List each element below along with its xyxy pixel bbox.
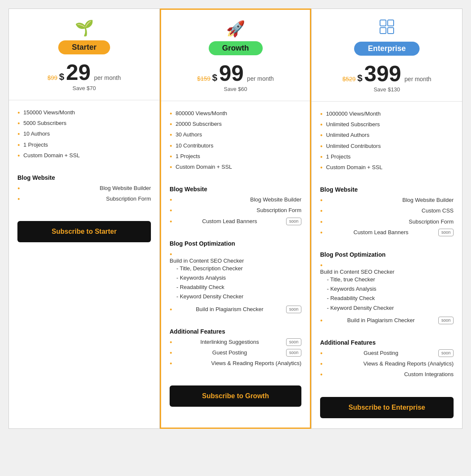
enterprise-icon [320,19,454,38]
enterprise-price-row: $529$399per month [320,62,454,85]
feature-item: 10 Authors [17,130,151,138]
feature-item: Blog Website Builder [320,196,454,204]
section-title-additional-features: Additional Features [170,328,301,335]
feature-item: 1 Projects [320,153,454,161]
growth-icon: 🚀 [170,20,301,38]
section-list: Build in Content SEO Checker- Title, Des… [170,250,301,316]
feature-item: 800000 Views/Month [170,110,301,117]
feature-text: Build in Plagiarism Checker [196,306,264,313]
svg-rect-3 [388,28,394,34]
feature-item: 5000 Subscribers [17,119,151,127]
sub-feature-item: - Title, true Checker [327,276,375,283]
enterprise-price-period: per month [405,76,431,82]
enterprise-save: Save $130 [320,86,454,93]
feature-text: Custom Integrations [404,371,454,378]
feature-item: Custom Lead Bannerssoon [320,229,454,236]
svg-rect-2 [380,28,386,34]
starter-price-amount: 29 [66,61,91,83]
section-list: Build in Content SEO Checker- Title, tru… [320,261,454,327]
svg-rect-0 [380,20,386,26]
feature-item: 1 Projects [170,153,301,160]
feature-item: Unlimited Contributors [320,142,454,150]
growth-price-amount: 99 [219,62,244,84]
starter-save: Save $70 [17,85,151,91]
sub-feature-item: - Title, Description Checker [176,265,243,272]
enterprise-features: 1000000 Views/MonthUnlimited Subscribers… [320,110,454,174]
plan-card-growth: 🚀Growth$159$99per monthSave $60800000 Vi… [160,8,311,429]
section-title-blog-post-optimization: Blog Post Optimization [320,251,454,258]
sub-feature-item: - Keywords Analysis [327,285,376,293]
section-title-blog-website: Blog Website [320,186,454,193]
feature-item: 1000000 Views/Month [320,110,454,118]
plan-body-enterprise: 1000000 Views/MonthUnlimited Subscribers… [312,102,462,428]
feature-item: Custom Domain + SSL [320,164,454,171]
feature-item: Guest Postingsoon [170,349,301,357]
section-list: Guest PostingsoonViews & Reading Reports… [320,349,454,382]
feature-item: 20000 Subscribers [170,120,301,128]
plan-body-starter: 150000 Views/Month5000 Subscribers10 Aut… [9,100,159,428]
feature-text: Blog Website Builder [403,196,454,204]
enterprise-price-dollar: $ [358,73,363,84]
feature-text: Interlinking Suggestions [200,338,259,346]
starter-features: 150000 Views/Month5000 Subscribers10 Aut… [17,109,151,162]
soon-badge: soon [286,349,301,357]
feature-item: Custom Domain + SSL [17,152,151,159]
plan-card-starter: 🌱Starter$99$29per monthSave $70150000 Vi… [9,8,160,429]
sub-feature-item: - Keyword Density Checker [327,304,394,312]
plan-header-enterprise: Enterprise$529$399per monthSave $130 [312,9,462,102]
starter-price-period: per month [94,74,121,81]
section-title-blog-website: Blog Website [17,174,151,181]
feature-item: 150000 Views/Month [17,109,151,116]
feature-item: Custom CSS [320,207,454,215]
growth-old-price: $159 [197,75,210,82]
feature-item: Build in Plagiarism Checkersoon [170,306,301,313]
sub-feature-item: - Keywords Analysis [176,274,226,282]
soon-badge: soon [438,317,454,324]
feature-item: Custom Domain + SSL [170,163,301,171]
feature-text: Guest Posting [212,349,247,357]
starter-icon: 🌱 [17,19,151,37]
plan-card-enterprise: Enterprise$529$399per monthSave $1301000… [311,8,462,429]
feature-item: 1 Projects [17,141,151,149]
section-title-blog-post-optimization: Blog Post Optimization [170,240,301,247]
sub-feature-item: - Readability Check [176,283,224,291]
plan-body-growth: 800000 Views/Month20000 Subscribers30 Au… [161,101,310,428]
feature-text: Custom Lead Banners [202,218,257,225]
section-list: Blog Website BuilderCustom CSSSubscripti… [320,196,454,239]
feature-text: Guest Posting [363,349,398,357]
sub-feature-item: - Readability Check [327,295,375,302]
enterprise-badge: Enterprise [354,42,419,56]
plan-header-starter: 🌱Starter$99$29per monthSave $70 [9,9,159,100]
feature-item: Custom Lead Bannerssoon [170,218,301,225]
soon-badge: soon [286,218,301,225]
feature-item: Subscription Form [17,195,151,203]
feature-item: Blog Website Builder [170,196,301,204]
subscribe-starter-button[interactable]: Subscribe to Starter [17,221,151,242]
feature-item: Guest Postingsoon [320,349,454,357]
growth-price-row: $159$99per month [170,62,301,84]
growth-save: Save $60 [170,86,301,92]
feature-item: 10 Contributors [170,142,301,150]
section-list: Blog Website BuilderSubscription FormCus… [170,196,301,228]
subscribe-enterprise-button[interactable]: Subscribe to Enterprise [320,397,454,418]
feature-text: Custom CSS [422,207,454,215]
subscribe-growth-button[interactable]: Subscribe to Growth [170,385,301,407]
enterprise-old-price: $529 [342,76,355,82]
feature-text: Subscription Form [106,195,151,203]
feature-text: Blog Website Builder [100,184,151,192]
feature-item: Build in Content SEO Checker- Title, tru… [320,261,454,314]
feature-item: Interlinking Suggestionssoon [170,338,301,346]
feature-item: Custom Integrations [320,371,454,378]
soon-badge: soon [438,229,454,236]
feature-item: Blog Website Builder [17,184,151,192]
growth-features: 800000 Views/Month20000 Subscribers30 Au… [170,110,301,174]
growth-price-period: per month [247,75,274,82]
svg-rect-1 [388,20,394,26]
feature-text: Build in Content SEO Checker [170,257,244,265]
soon-badge: soon [438,349,454,357]
enterprise-price-amount: 399 [364,62,401,85]
section-list: Blog Website BuilderSubscription Form [17,184,151,206]
feature-item: 30 Authors [170,131,301,139]
section-title-blog-website: Blog Website [170,186,301,193]
feature-text: Blog Website Builder [250,196,301,204]
